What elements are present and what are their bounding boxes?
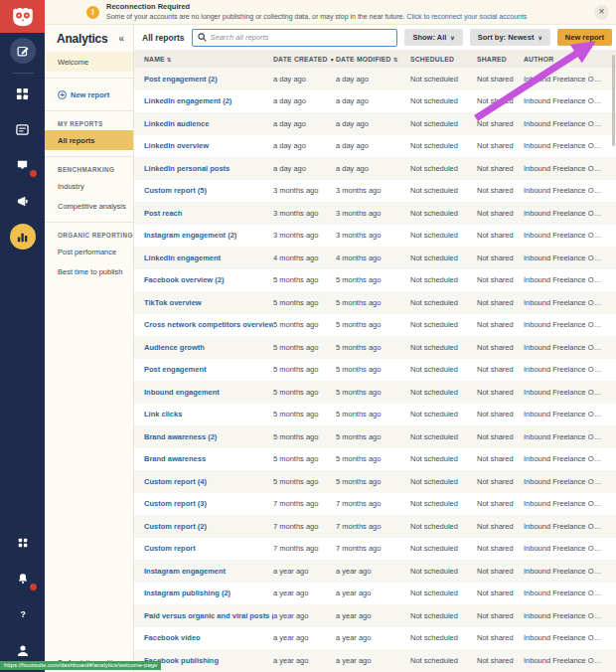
cell-modified: 5 months ago [336, 388, 410, 397]
table-row[interactable]: Custom report (5)3 months ago3 months ag… [134, 180, 616, 203]
report-name-link[interactable]: Brand awareness (2) [144, 432, 217, 441]
inbox-icon[interactable] [10, 152, 36, 178]
compose-icon[interactable] [10, 38, 36, 64]
table-row[interactable]: Instagram engagementa year agoa year ago… [134, 560, 616, 583]
cell-modified: a day ago [336, 164, 410, 173]
cell-created: 5 months ago [273, 298, 336, 307]
table-row[interactable]: Custom report (4)5 months ago5 months ag… [134, 470, 616, 493]
table-row[interactable]: Inbound engagement5 months ago5 months a… [134, 381, 616, 404]
table-row[interactable]: Post reach3 months ago3 months agoNot sc… [134, 202, 616, 225]
table-row[interactable]: Audience growth5 months ago5 months agoN… [134, 336, 616, 359]
notifications-bell-icon[interactable] [10, 566, 36, 591]
table-row[interactable]: Brand awareness5 months ago5 months agoN… [134, 448, 616, 471]
amplify-icon[interactable] [10, 188, 36, 214]
scrollbar[interactable] [612, 55, 615, 146]
report-name-link[interactable]: Post reach [144, 209, 182, 218]
report-name-link[interactable]: LinkedIn engagement (2) [144, 96, 231, 105]
show-filter-button[interactable]: Show: All ∨ [404, 29, 462, 46]
table-row[interactable]: Paid versus organic and viral posts (2)a… [134, 604, 616, 627]
column-header-name[interactable]: Name⇅ [134, 56, 273, 63]
sidebar-item-industry[interactable]: Industry [45, 176, 133, 196]
report-name-link[interactable]: Link clicks [144, 410, 182, 419]
sidebar-item-post-performance[interactable]: Post performance [45, 242, 133, 261]
report-name-link[interactable]: Instagram engagement (2) [144, 231, 236, 240]
report-name-link[interactable]: Cross network competitors overview [144, 320, 273, 329]
table-row[interactable]: Custom report (3)7 months ago7 months ag… [134, 493, 616, 516]
report-name-link[interactable]: Paid versus organic and viral posts (2) [144, 611, 273, 620]
table-row[interactable]: Post engagement5 months ago5 months agoN… [134, 359, 616, 382]
collapse-panel-icon[interactable]: « [118, 33, 124, 44]
table-row[interactable]: Brand awareness (2)5 months ago5 months … [134, 425, 616, 448]
streams-icon[interactable] [10, 81, 36, 106]
analytics-icon[interactable] [10, 224, 36, 250]
report-name-link[interactable]: Facebook video [144, 633, 201, 642]
report-name-link[interactable]: Post engagement [144, 365, 207, 374]
cell-scheduled: Not scheduled [410, 164, 477, 173]
close-icon[interactable]: × [594, 5, 609, 20]
cell-shared: Not shared [477, 275, 524, 284]
table-row[interactable]: Facebook publishinga year agoa year agoN… [134, 649, 616, 672]
cell-shared: Not shared [477, 432, 524, 441]
reconnect-accounts-link[interactable]: Click to reconnect your social accounts [406, 13, 527, 20]
report-name-link[interactable]: LinkedIn personal posts [144, 164, 230, 173]
reports-main: All reports Show: All ∨ Sort by: Newest … [134, 25, 616, 672]
sidebar-item-new-report[interactable]: +New report [45, 84, 133, 104]
new-report-button[interactable]: New report [557, 29, 612, 46]
report-name-link[interactable]: Instagram publishing (2) [144, 588, 231, 597]
cell-shared: Not shared [477, 320, 524, 329]
cell-name: Custom report (5) [134, 186, 273, 195]
table-row[interactable]: Post engagement (2)a day agoa day agoNot… [134, 68, 616, 90]
report-name-link[interactable]: Custom report (4) [144, 477, 207, 486]
table-row[interactable]: Instagram publishing (2)a year agoa year… [134, 583, 616, 605]
report-name-link[interactable]: LinkedIn engagement [144, 253, 221, 262]
help-icon[interactable]: ? [10, 601, 36, 627]
cell-created: 7 months ago [273, 522, 336, 531]
apps-grid-icon[interactable] [10, 530, 36, 556]
avatar[interactable] [10, 637, 36, 663]
table-row[interactable]: LinkedIn engagement4 months ago4 months … [134, 247, 616, 269]
table-row[interactable]: Instagram engagement (2)3 months ago3 mo… [134, 225, 616, 248]
report-name-link[interactable]: Facebook overview (2) [144, 275, 224, 284]
sidebar-item-competitive-analysis[interactable]: Competitive analysis [45, 196, 133, 216]
report-name-link[interactable]: LinkedIn overview [144, 141, 209, 150]
report-name-link[interactable]: Custom report (3) [144, 499, 207, 508]
column-header-date-modified[interactable]: Date modified⇅ [336, 56, 410, 63]
table-row[interactable]: Facebook overview (2)5 months ago5 month… [134, 269, 616, 292]
report-name-link[interactable]: Custom report (2) [144, 522, 207, 531]
cell-author: Inbound Freelance O… [524, 454, 616, 463]
report-name-link[interactable]: Custom report (5) [144, 186, 207, 195]
table-row[interactable]: LinkedIn audiencea day agoa day agoNot s… [134, 112, 616, 135]
search-box[interactable] [192, 29, 398, 47]
sort-by-button[interactable]: Sort by: Newest ∨ [470, 29, 550, 46]
table-row[interactable]: Custom report (2)7 months ago7 months ag… [134, 515, 616, 538]
table-row[interactable]: LinkedIn engagement (2)a day agoa day ag… [134, 90, 616, 113]
report-name-link[interactable]: TikTok overview [144, 298, 202, 307]
planner-icon[interactable] [10, 116, 36, 142]
report-name-link[interactable]: Post engagement (2) [144, 75, 218, 84]
report-name-link[interactable]: Inbound engagement [144, 388, 220, 397]
report-name-link[interactable]: LinkedIn audience [144, 119, 209, 128]
column-header-date-created[interactable]: Date created▼ [273, 56, 336, 63]
cell-author: Inbound Freelance O… [524, 477, 616, 486]
sidebar-item-welcome[interactable]: Welcome [45, 52, 133, 72]
table-row[interactable]: Facebook videoa year agoa year agoNot sc… [134, 627, 616, 650]
hootsuite-owl-logo[interactable] [0, 0, 45, 33]
table-row[interactable]: Custom report7 months ago7 months agoNot… [134, 538, 616, 561]
sidebar-item-best-time-to-publish[interactable]: Best time to publish [45, 261, 133, 281]
table-row[interactable]: LinkedIn overviewa day agoa day agoNot s… [134, 135, 616, 158]
table-row[interactable]: TikTok overview5 months ago5 months agoN… [134, 291, 616, 314]
sidebar-item-all-reports[interactable]: All reports [45, 130, 133, 150]
cell-shared: Not shared [477, 209, 524, 218]
report-name-link[interactable]: Audience growth [144, 343, 205, 352]
table-row[interactable]: LinkedIn personal postsa day agoa day ag… [134, 157, 616, 180]
cell-scheduled: Not scheduled [410, 410, 477, 419]
search-input[interactable] [211, 33, 392, 42]
cell-scheduled: Not scheduled [410, 231, 477, 240]
table-row[interactable]: Link clicks5 months ago5 months agoNot s… [134, 404, 616, 426]
cell-name: Facebook overview (2) [134, 275, 273, 284]
cell-scheduled: Not scheduled [410, 633, 477, 642]
report-name-link[interactable]: Instagram engagement [144, 567, 226, 576]
report-name-link[interactable]: Brand awareness [144, 454, 206, 463]
table-row[interactable]: Cross network competitors overview5 mont… [134, 314, 616, 337]
report-name-link[interactable]: Custom report [144, 544, 196, 553]
